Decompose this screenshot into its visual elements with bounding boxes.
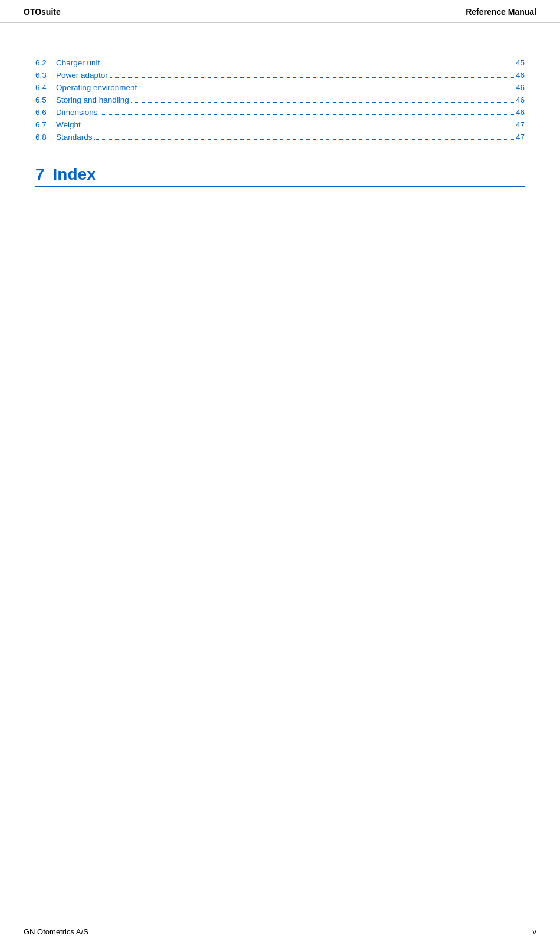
footer-company: GN Otometrics A/S [24, 927, 88, 936]
toc-entry-title-area: Operating environment 46 [56, 83, 525, 92]
toc-entry[interactable]: 6.4 Operating environment 46 [35, 83, 525, 92]
toc-entry-title-area: Storing and handling 46 [56, 95, 525, 104]
toc-entry-title-area: Charger unit 45 [56, 58, 525, 67]
toc-entry-number: 6.3 [35, 71, 56, 80]
main-content: 6.2 Charger unit 45 6.3 Power adaptor 46… [0, 23, 560, 239]
toc-entry-number: 6.5 [35, 95, 56, 104]
chapter-number: 7 [35, 165, 45, 184]
page-footer: GN Otometrics A/S v [0, 921, 560, 942]
toc-entry-page: 47 [516, 133, 525, 141]
toc-entry-page: 45 [516, 58, 525, 67]
toc-entry-title-area: Weight 47 [56, 120, 525, 129]
toc-entry[interactable]: 6.7 Weight 47 [35, 120, 525, 129]
toc-entry-title: Dimensions [56, 108, 98, 117]
toc-entry-number: 6.4 [35, 83, 56, 92]
toc-entry-number: 6.6 [35, 108, 56, 117]
toc-entry-title: Power adaptor [56, 71, 108, 80]
toc-entry-page: 46 [516, 83, 525, 92]
toc-entry-dots [101, 65, 514, 65]
toc-entry[interactable]: 6.3 Power adaptor 46 [35, 71, 525, 80]
toc-entry[interactable]: 6.8 Standards 47 [35, 133, 525, 141]
toc-entry-dots [100, 114, 514, 115]
toc-entry-title: Weight [56, 120, 81, 129]
toc-entry-title-area: Dimensions 46 [56, 108, 525, 117]
chapter-underline [35, 186, 525, 187]
footer-page-number: v [533, 927, 537, 936]
toc-entry[interactable]: 6.6 Dimensions 46 [35, 108, 525, 117]
chapter-heading: 7 Index [35, 165, 525, 187]
toc-entry-title-area: Power adaptor 46 [56, 71, 525, 80]
toc-entry-dots [94, 139, 514, 140]
toc-entry[interactable]: 6.2 Charger unit 45 [35, 58, 525, 67]
toc-entry-page: 46 [516, 71, 525, 80]
toc-entry-number: 6.8 [35, 133, 56, 141]
toc-entry-title: Storing and handling [56, 95, 129, 104]
toc-entry-page: 47 [516, 120, 525, 129]
toc-entry-title: Standards [56, 133, 93, 141]
toc-entry-title: Operating environment [56, 83, 137, 92]
toc-entry-number: 6.2 [35, 58, 56, 67]
toc-entry-title: Charger unit [56, 58, 100, 67]
toc-entry-page: 46 [516, 95, 525, 104]
page-header: OTOsuite Reference Manual [0, 0, 560, 23]
toc-entry-title-area: Standards 47 [56, 133, 525, 141]
toc-entry-dots [110, 77, 514, 78]
chapter-title: Index [53, 165, 96, 184]
toc-entry-dots [131, 102, 514, 103]
header-app-name: OTOsuite [24, 7, 61, 17]
toc-entry-dots [83, 127, 514, 127]
header-manual-title: Reference Manual [466, 7, 536, 17]
toc-entry[interactable]: 6.5 Storing and handling 46 [35, 95, 525, 104]
toc-entries: 6.2 Charger unit 45 6.3 Power adaptor 46… [35, 58, 525, 141]
toc-entry-dots [139, 90, 514, 90]
toc-entry-page: 46 [516, 108, 525, 117]
toc-entry-number: 6.7 [35, 120, 56, 129]
